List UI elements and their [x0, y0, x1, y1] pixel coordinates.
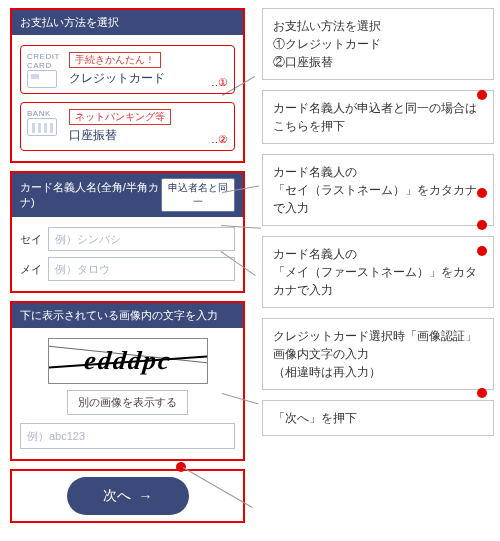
- note-6: 「次へ」を押下: [262, 400, 494, 436]
- bank-chip-label: BANK: [27, 109, 61, 118]
- sei-label: セイ: [20, 232, 42, 247]
- annotation-dot-3: [477, 220, 487, 230]
- mei-label: メイ: [20, 262, 42, 277]
- bank-icon: [27, 118, 57, 136]
- note-5: クレジットカード選択時「画像認証」 画像内文字の入力 （相違時は再入力）: [262, 318, 494, 390]
- mei-input[interactable]: [48, 257, 235, 281]
- name-panel-title: カード名義人名(全角/半角カナ): [20, 180, 161, 210]
- credit-card-icon: [27, 70, 57, 88]
- credit-chip-label: CREDIT CARD: [27, 52, 61, 70]
- same-as-applicant-button[interactable]: 申込者名と同一: [161, 178, 235, 212]
- note-1: お支払い方法を選択 ①クレジットカード ②口座振替: [262, 8, 494, 80]
- name-panel: カード名義人名(全角/半角カナ) 申込者名と同一 セイ メイ: [10, 171, 245, 293]
- bank-badge: ネットバンキング等: [69, 109, 171, 125]
- captcha-reload-button[interactable]: 別の画像を表示する: [67, 390, 188, 415]
- sei-input[interactable]: [48, 227, 235, 251]
- captcha-input[interactable]: [20, 423, 235, 449]
- annotation-dot-4: [477, 246, 487, 256]
- annotation-dot-5: [477, 388, 487, 398]
- name-panel-head: カード名義人名(全角/半角カナ) 申込者名と同一: [12, 173, 243, 217]
- page: お支払い方法を選択 CREDIT CARD 手続きかんたん！ クレジットカード …: [0, 0, 500, 531]
- note-4: カード名義人の 「メイ（ファーストネーム）」をカタカナで入力: [262, 236, 494, 308]
- bank-number-mark: ‥ ②: [211, 133, 228, 146]
- credit-name: クレジットカード: [69, 68, 226, 87]
- captcha-image: edddpc: [48, 338, 208, 384]
- annotation-dot-1: [477, 90, 487, 100]
- pay-option-bank[interactable]: BANK ネットバンキング等 口座振替 ‥ ②: [20, 102, 235, 151]
- sei-row: セイ: [20, 227, 235, 251]
- annotation-dot-2: [477, 188, 487, 198]
- payment-panel-title: お支払い方法を選択: [12, 10, 243, 35]
- note-2: カード名義人が申込者と同一の場合はこちらを押下: [262, 90, 494, 144]
- form-column: お支払い方法を選択 CREDIT CARD 手続きかんたん！ クレジットカード …: [0, 0, 250, 531]
- credit-number-mark: ‥ ①: [211, 76, 228, 89]
- bank-name: 口座振替: [69, 125, 226, 144]
- notes-column: お支払い方法を選択 ①クレジットカード ②口座振替 カード名義人が申込者と同一の…: [250, 0, 500, 531]
- arrow-right-icon: →: [139, 488, 153, 504]
- next-row: 次へ →: [10, 469, 245, 523]
- payment-panel: お支払い方法を選択 CREDIT CARD 手続きかんたん！ クレジットカード …: [10, 8, 245, 163]
- note-3: カード名義人の 「セイ（ラストネーム）」をカタカナで入力: [262, 154, 494, 226]
- mei-row: メイ: [20, 257, 235, 281]
- captcha-panel-title: 下に表示されている画像内の文字を入力: [12, 303, 243, 328]
- next-label: 次へ: [103, 487, 131, 505]
- pay-option-credit[interactable]: CREDIT CARD 手続きかんたん！ クレジットカード ‥ ①: [20, 45, 235, 94]
- credit-badge: 手続きかんたん！: [69, 52, 161, 68]
- captcha-text: edddpc: [48, 339, 208, 383]
- next-button[interactable]: 次へ →: [67, 477, 189, 515]
- captcha-panel: 下に表示されている画像内の文字を入力 edddpc 別の画像を表示する: [10, 301, 245, 461]
